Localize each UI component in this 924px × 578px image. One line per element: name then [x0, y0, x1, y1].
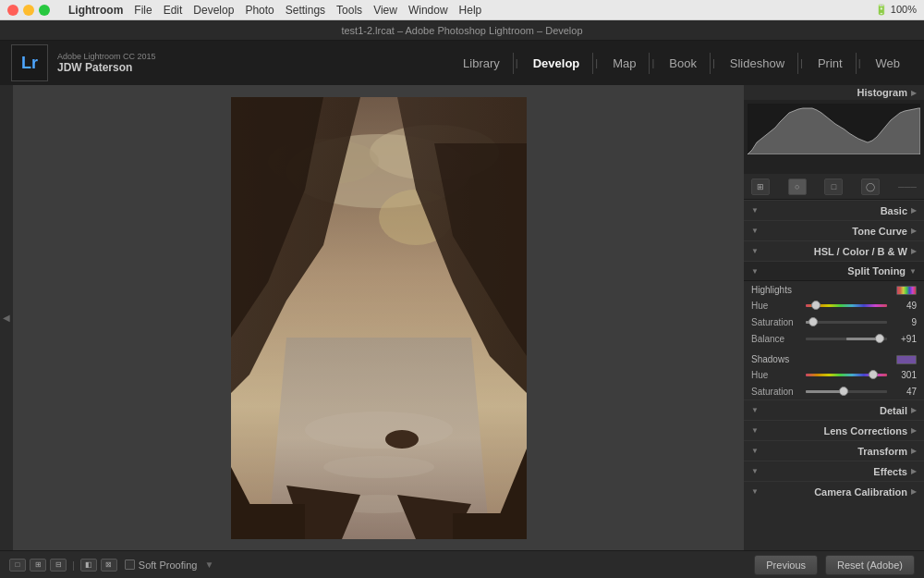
canvas-area — [13, 85, 744, 550]
nav-develop[interactable]: Develop — [520, 53, 594, 74]
app-info: Adobe Lightroom CC 2015 JDW Paterson — [57, 52, 156, 74]
shadow-hue-thumb[interactable] — [869, 370, 878, 379]
menu-photo[interactable]: Photo — [245, 4, 274, 17]
lr-logo: Lr — [11, 44, 48, 81]
shadows-color-box[interactable] — [896, 355, 917, 364]
basic-panel[interactable]: ▼ Basic ▶ — [744, 200, 924, 220]
app-header: Lr Adobe Lightroom CC 2015 JDW Paterson … — [0, 41, 924, 85]
bottom-right-buttons: Previous Reset (Adobe) — [754, 555, 915, 575]
balance-value: +91 — [891, 334, 917, 344]
balance-track[interactable] — [806, 338, 887, 340]
split-toning-title: Split Toning — [759, 265, 906, 277]
shadow-sat-row: Saturation 47 — [744, 383, 924, 400]
left-panel-toggle[interactable]: ◀ — [0, 85, 13, 550]
maximize-button[interactable] — [39, 5, 50, 16]
nav-map[interactable]: Map — [600, 53, 650, 74]
st-arrow: ▼ — [909, 267, 917, 276]
highlights-sat-row: Saturation 9 — [744, 314, 924, 330]
shadow-sat-thumb[interactable] — [839, 387, 848, 396]
split-toning-header[interactable]: ▼ Split Toning ▼ — [744, 261, 924, 281]
soft-proofing-checkbox[interactable] — [125, 560, 135, 570]
soft-proofing-group: Soft Proofing ▼ — [125, 560, 214, 571]
nav-sep-3: | — [651, 57, 654, 68]
view-icons: □ ⊞ ⊟ | ◧ ⊠ — [9, 559, 117, 572]
nav-sep-4: | — [712, 57, 715, 68]
st-collapse-icon: ▼ — [751, 267, 759, 276]
shadow-sat-fill — [806, 390, 844, 393]
shadow-hue-row: Hue 301 — [744, 366, 924, 383]
lens-title: Lens Corrections — [759, 425, 907, 437]
shadow-hue-label: Hue — [751, 370, 802, 380]
menu-develop[interactable]: Develop — [193, 4, 234, 17]
mac-menubar: Lightroom File Edit Develop Photo Settin… — [0, 0, 924, 20]
nav-library[interactable]: Library — [450, 53, 514, 74]
histogram-chart — [748, 104, 920, 154]
detail-panel[interactable]: ▼ Detail ▶ — [744, 400, 924, 420]
camera-calibration-panel[interactable]: ▼ Camera Calibration ▶ — [744, 481, 924, 501]
calib-title: Camera Calibration — [759, 486, 907, 498]
highlights-hue-track[interactable] — [806, 304, 887, 307]
highlights-sat-value: 9 — [891, 317, 917, 327]
reset-button[interactable]: Reset (Adobe) — [825, 555, 915, 575]
grid-tool[interactable]: ⊞ — [751, 178, 770, 195]
transform-panel[interactable]: ▼ Transform ▶ — [744, 440, 924, 461]
compare-icon[interactable]: ⊟ — [50, 559, 67, 572]
detail-arrow: ▶ — [911, 406, 917, 414]
highlights-color-box[interactable] — [896, 286, 917, 295]
bottom-bar: □ ⊞ ⊟ | ◧ ⊠ Soft Proofing ▼ Previous Res… — [0, 550, 924, 578]
highlights-sat-track[interactable] — [806, 321, 887, 324]
close-button[interactable] — [7, 5, 18, 16]
redeye-tool[interactable]: ◯ — [861, 178, 880, 195]
transform-arrow: ▶ — [911, 447, 917, 455]
shadow-hue-track[interactable] — [806, 374, 887, 376]
nav-web[interactable]: Web — [863, 53, 914, 74]
window-title: test1-2.lrcat – Adobe Photoshop Lightroo… — [341, 25, 582, 36]
tone-curve-panel[interactable]: ▼ Tone Curve ▶ — [744, 220, 924, 240]
soft-proofing-label: Soft Proofing — [139, 560, 198, 571]
menu-file[interactable]: File — [134, 4, 152, 17]
loupe-icon[interactable]: □ — [9, 559, 26, 572]
highlights-sat-thumb[interactable] — [808, 317, 818, 326]
svg-rect-20 — [231, 97, 527, 539]
menu-tools[interactable]: Tools — [336, 4, 362, 17]
tool-strip: ⊞ ○ □ ◯ ––– — [744, 174, 924, 200]
lens-corrections-panel[interactable]: ▼ Lens Corrections ▶ — [744, 420, 924, 440]
bottom-sep: | — [72, 560, 75, 571]
menu-edit[interactable]: Edit — [164, 4, 183, 17]
balance-thumb[interactable] — [875, 334, 884, 343]
nav-print[interactable]: Print — [805, 53, 857, 74]
hsl-title: HSL / Color / B & W — [759, 246, 907, 257]
balance-label: Balance — [751, 334, 802, 344]
traffic-lights — [7, 5, 50, 16]
menu-settings[interactable]: Settings — [286, 4, 325, 17]
calib-collapse-icon: ▼ — [751, 487, 759, 496]
effects-panel[interactable]: ▼ Effects ▶ — [744, 461, 924, 481]
survey-icon[interactable]: ⊠ — [101, 559, 117, 572]
nav-book[interactable]: Book — [656, 53, 711, 74]
soft-proofing-dropdown[interactable]: ▼ — [204, 560, 213, 570]
crop-tool[interactable]: ○ — [788, 178, 807, 195]
left-arrow-icon: ◀ — [3, 313, 10, 323]
previous-button[interactable]: Previous — [754, 555, 818, 575]
heal-tool[interactable]: □ — [824, 178, 843, 195]
histogram-header[interactable]: Histogram ▶ — [744, 85, 924, 100]
minimize-button[interactable] — [23, 5, 34, 16]
before-after-icon[interactable]: ◧ — [80, 559, 97, 572]
basic-title: Basic — [759, 205, 907, 216]
tone-curve-title: Tone Curve — [759, 226, 907, 237]
nav-sep-6: | — [858, 57, 861, 68]
menu-view[interactable]: View — [373, 4, 397, 17]
balance-row: Balance +91 — [744, 330, 924, 347]
menu-window[interactable]: Window — [408, 4, 448, 17]
tone-curve-arrow: ▶ — [911, 227, 917, 235]
grid-view-icon[interactable]: ⊞ — [30, 559, 46, 572]
shadows-group: Shadows — [744, 350, 924, 366]
nav-slideshow[interactable]: Slideshow — [717, 53, 798, 74]
lr-logo-text: Lr — [21, 54, 38, 73]
highlights-hue-thumb[interactable] — [811, 301, 821, 310]
effects-arrow: ▶ — [911, 467, 917, 475]
menu-help[interactable]: Help — [459, 4, 482, 17]
highlights-hue-value: 49 — [891, 301, 917, 311]
hsl-panel[interactable]: ▼ HSL / Color / B & W ▶ — [744, 240, 924, 261]
shadow-sat-track[interactable] — [806, 390, 887, 393]
